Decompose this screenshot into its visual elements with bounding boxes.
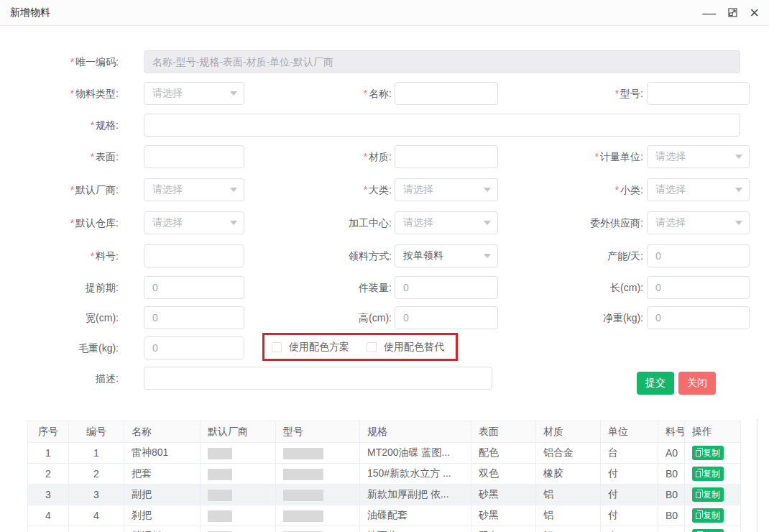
- field-label-net-weight-kg: 净重(kg):: [460, 306, 643, 329]
- cell-unit: 付: [601, 464, 658, 485]
- copy-button[interactable]: 复制: [692, 467, 724, 481]
- field-label-part-no: *料号:: [0, 244, 119, 267]
- table-row: 11雷神801MT200油碟 蓝图...配色铝合金台A0复制: [28, 443, 741, 464]
- cell-code: 2: [69, 464, 124, 485]
- cell-part: A0: [658, 443, 685, 464]
- redacted-block: [283, 448, 323, 459]
- cell-spec: 150#新款水立方 ...: [360, 464, 471, 485]
- minimize-icon: —: [702, 6, 716, 19]
- part-no-input[interactable]: [144, 244, 244, 267]
- copy-button[interactable]: 复制: [692, 529, 724, 532]
- checkbox-icon[interactable]: [272, 342, 282, 352]
- checkbox-label: 使用配色方案: [289, 341, 349, 354]
- capacity-per-day-input[interactable]: [647, 244, 750, 267]
- cell-unit: 支: [601, 526, 658, 532]
- checkbox-label: 使用配色替代: [384, 341, 444, 354]
- column-header: 序号: [28, 421, 69, 443]
- default-vendor-select[interactable]: 请选择: [144, 178, 244, 201]
- cell-vendor-redacted: [201, 464, 276, 485]
- cell-actions: 复制: [685, 505, 741, 526]
- checkbox-use-color-substitute[interactable]: 使用配色替代: [367, 341, 444, 354]
- column-header: 单位: [601, 421, 658, 443]
- cell-code: 4: [69, 505, 124, 526]
- description-input[interactable]: [144, 367, 492, 390]
- checkbox-use-color-scheme[interactable]: 使用配色方案: [272, 341, 349, 354]
- minimize-button[interactable]: —: [702, 6, 716, 19]
- field-label-width-cm: 宽(cm):: [0, 306, 119, 329]
- field-label-description: 描述:: [0, 367, 119, 390]
- cell-name: 刹把: [124, 505, 201, 526]
- copy-button[interactable]: 复制: [692, 446, 724, 460]
- field-label-model: *型号:: [460, 82, 643, 105]
- required-asterisk: *: [615, 184, 619, 196]
- cell-spec: MT200油碟 蓝图...: [360, 443, 471, 464]
- field-label-outsource-supplier: 委外供应商:: [460, 211, 643, 234]
- minor-class-select[interactable]: 请选择: [647, 178, 750, 201]
- cell-name: 副把: [124, 485, 201, 505]
- copy-button[interactable]: 复制: [692, 508, 724, 523]
- dialog-title: 新增物料: [10, 6, 50, 19]
- field-label-capacity-per-day: 产能/天:: [460, 244, 643, 267]
- cell-surface: 配色: [471, 443, 536, 464]
- lead-time-input[interactable]: [144, 276, 244, 299]
- window-controls: — ×: [702, 5, 759, 21]
- length-cm-input[interactable]: [647, 276, 750, 299]
- cell-name: 把套: [124, 464, 201, 485]
- required-asterisk: *: [70, 217, 74, 229]
- cell-actions: 复制: [685, 526, 741, 532]
- required-asterisk: *: [364, 151, 367, 162]
- cell-actions: 复制: [685, 443, 741, 464]
- field-label-gross-weight-kg: 毛重(kg):: [0, 336, 119, 359]
- unique-code-input[interactable]: [144, 50, 740, 73]
- cell-code: 5: [69, 526, 124, 532]
- annotation-highlight-box: 使用配色方案 使用配色替代: [262, 333, 458, 361]
- redacted-block: [283, 490, 323, 501]
- close-button[interactable]: ×: [750, 5, 759, 21]
- scrollbar-track[interactable]: [757, 419, 758, 532]
- required-asterisk: *: [91, 119, 94, 131]
- chevron-down-icon: [735, 221, 742, 225]
- surface-input[interactable]: [144, 145, 244, 168]
- net-weight-kg-input[interactable]: [647, 306, 750, 329]
- maximize-button[interactable]: [727, 7, 738, 18]
- checkbox-icon[interactable]: [367, 342, 377, 352]
- column-header: 材质: [536, 421, 601, 443]
- chevron-down-icon: [230, 221, 237, 225]
- chevron-down-icon: [735, 155, 742, 159]
- submit-button[interactable]: 提交: [637, 372, 674, 395]
- cell-vendor-redacted: [201, 505, 276, 526]
- column-header: 型号: [276, 421, 360, 443]
- cell-seq: 4: [28, 505, 69, 526]
- material-type-select[interactable]: 请选择: [144, 82, 244, 105]
- required-asterisk: *: [595, 151, 599, 162]
- spec-input[interactable]: [144, 114, 740, 137]
- required-asterisk: *: [70, 56, 74, 68]
- cell-seq: 5: [28, 526, 69, 532]
- redacted-block: [208, 490, 232, 501]
- measure-unit-select[interactable]: 请选择: [647, 145, 750, 168]
- outsource-supplier-select[interactable]: 请选择: [647, 211, 750, 234]
- field-label-default-vendor: *默认厂商:: [0, 178, 119, 201]
- width-cm-input[interactable]: [144, 306, 244, 329]
- default-warehouse-select[interactable]: 请选择: [144, 211, 244, 234]
- redacted-block: [283, 510, 323, 522]
- copy-icon: [696, 450, 701, 457]
- field-label-name: *名称:: [244, 82, 392, 105]
- copy-button[interactable]: 复制: [692, 487, 724, 502]
- chevron-down-icon: [230, 91, 237, 96]
- cell-vendor-redacted: [201, 443, 276, 464]
- dialog-titlebar: 新增物料 — ×: [0, 0, 769, 26]
- close-dialog-button[interactable]: 关闭: [678, 372, 716, 395]
- required-asterisk: *: [70, 88, 74, 99]
- cell-model-redacted: [276, 505, 360, 526]
- table-row: 22把套150#新款水立方 ...双色橡胶付B0复制: [28, 464, 741, 485]
- field-label-pieces-per-pack: 件装量:: [244, 276, 392, 299]
- gross-weight-kg-input[interactable]: [144, 336, 244, 359]
- column-header: 默认厂商: [201, 421, 276, 443]
- cell-name: 挡泥板: [124, 526, 201, 532]
- field-label-height-cm: 高(cm):: [244, 306, 392, 329]
- field-label-picking-method: 领料方式:: [244, 244, 392, 267]
- required-asterisk: *: [91, 151, 94, 162]
- model-input[interactable]: [647, 82, 750, 105]
- cell-part: B0: [658, 485, 685, 505]
